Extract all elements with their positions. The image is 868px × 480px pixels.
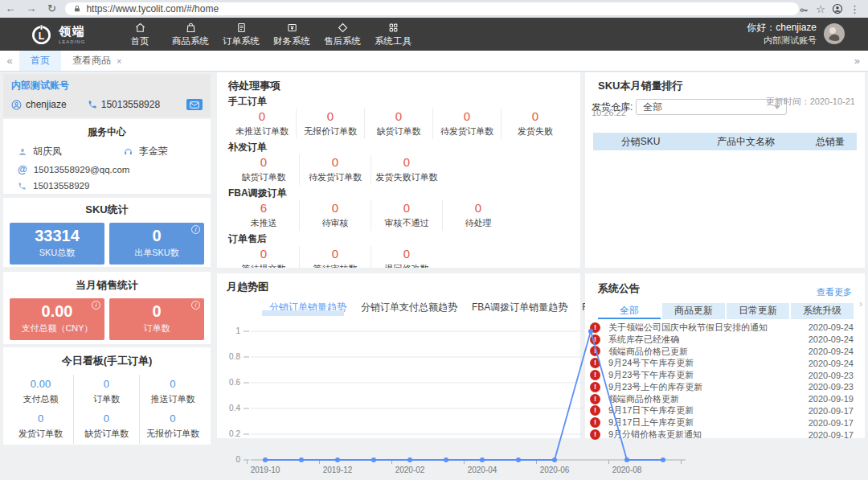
info-icon[interactable]: i xyxy=(191,301,200,310)
announcements-panel: 系统公告 查看更多 › 全部 商品更新 日常更新 系统升级 !关于领端公司国庆中… xyxy=(585,273,865,438)
username: chenjiaze xyxy=(26,99,67,110)
account-type-label: 内部测试账号 xyxy=(747,35,817,47)
view-more-link[interactable]: 查看更多 xyxy=(817,286,852,298)
pending-stat[interactable]: 0缺货订单数 xyxy=(228,154,300,185)
key-icon[interactable] xyxy=(799,4,809,14)
shopping-bag-icon xyxy=(185,22,197,34)
pending-stat[interactable]: 0发货失败 xyxy=(502,109,569,139)
pending-stat[interactable]: 0发货失败订单数 xyxy=(371,154,442,185)
group-order-aftersales: 订单售后 xyxy=(228,233,569,245)
browser-toolbar: ← → ↻ https://www.tycolit.com/#/home ☆ ⋮ xyxy=(0,0,868,18)
menu-item-home[interactable]: 首页 xyxy=(121,22,158,47)
pay-total-tile[interactable]: i 0.00 支付总额（CNY） xyxy=(10,298,104,340)
menu-item-orders[interactable]: 订单系统 xyxy=(223,22,260,47)
brand-logo[interactable]: L 领端 LEADING xyxy=(31,23,86,45)
ann-tab-system[interactable]: 系统升级 xyxy=(791,303,854,319)
warning-icon: ! xyxy=(590,429,600,440)
today-board-title: 今日看板(手工订单) xyxy=(3,354,211,368)
announcement-item[interactable]: !9月17日上午库存更新2020-09-17 xyxy=(590,416,854,429)
browser-reload-icon[interactable]: ↻ xyxy=(42,0,63,18)
address-bar[interactable]: https://www.tycolit.com/#/home xyxy=(65,2,799,15)
pay-total-value: 0.00 xyxy=(10,302,104,321)
order-count-value: 0 xyxy=(109,302,204,321)
info-icon[interactable]: i xyxy=(92,301,100,310)
announcement-item[interactable]: !9月23号下午库存更新2020-09-23 xyxy=(590,369,854,381)
announcement-item[interactable]: !9月24号下午库存更新2020-09-24 xyxy=(590,357,854,369)
ann-tab-daily[interactable]: 日常更新 xyxy=(727,303,789,319)
trend-tab-payment[interactable]: 分销订单支付总额趋势 xyxy=(361,301,457,314)
announcement-item[interactable]: !9月17日下午库存更新2020-09-17 xyxy=(590,405,854,417)
sku-shipped-value: 0 xyxy=(109,227,204,245)
user-greeting: 你好：chenjiaze xyxy=(747,21,817,35)
person-icon xyxy=(18,147,27,157)
pending-stat[interactable]: 0等待审核数 xyxy=(300,246,371,268)
trend-tab-fba-sales[interactable]: FBA调拨订单销量趋势 xyxy=(472,301,567,314)
bookmark-star-icon[interactable]: ☆ xyxy=(816,3,825,15)
warning-icon: ! xyxy=(590,382,600,392)
announcement-item[interactable]: !9月23号上午的库存更新2020-09-23 xyxy=(590,381,854,393)
phone-icon xyxy=(18,182,27,191)
browser-back-icon[interactable]: ← xyxy=(0,0,21,18)
browser-forward-icon[interactable]: → xyxy=(21,0,42,18)
tab-home[interactable]: 首页 xyxy=(19,51,61,71)
pending-stat[interactable]: 0等待提交数 xyxy=(228,246,300,268)
menu-item-tools[interactable]: 系统工具 xyxy=(375,22,411,47)
announcement-item[interactable]: !关于领端公司国庆中秋节假日安排的通知2020-09-24 xyxy=(590,322,854,334)
pending-stat[interactable]: 0无报价订单数 xyxy=(297,109,365,139)
avatar[interactable] xyxy=(823,23,845,45)
warehouse-selected-value: 全部 xyxy=(637,101,774,114)
svg-text:2019-10: 2019-10 xyxy=(251,466,280,474)
page-tabbar: « 首页 查看商品 × » xyxy=(0,51,868,72)
announcement-item[interactable]: !系统库存已经准确2020-09-24 xyxy=(590,334,854,346)
menu-label: 订单系统 xyxy=(223,35,260,47)
pending-stat[interactable]: 0待审核 xyxy=(300,200,371,231)
order-count-tile[interactable]: i 0 订单数 xyxy=(109,298,204,340)
svg-text:2020-02: 2020-02 xyxy=(395,466,425,474)
close-tab-icon[interactable]: × xyxy=(117,56,121,66)
pending-stat[interactable]: 6未推送 xyxy=(228,200,300,231)
sku-total-tile[interactable]: 33314 SKU总数 xyxy=(10,223,104,265)
pending-stat[interactable]: 0待发货订单数 xyxy=(433,109,502,139)
col-total-sales[interactable]: 总销量 xyxy=(804,135,857,149)
pending-stat[interactable]: 0退回修改数 xyxy=(371,246,442,268)
browser-menu-icon[interactable]: ⋮ xyxy=(850,3,860,15)
tabs-scroll-right-icon[interactable]: » xyxy=(854,55,868,67)
announcement-tabs: 全部 商品更新 日常更新 系统升级 xyxy=(598,303,854,319)
today-stat: 0推送订单数 xyxy=(140,375,206,409)
pending-stat[interactable]: 0缺货订单数 xyxy=(365,109,433,139)
pending-stat[interactable]: 0待发货订单数 xyxy=(300,154,371,185)
chevron-right-icon[interactable]: › xyxy=(859,298,862,310)
today-board-grid: 0.00支付总额 0订单数 0推送订单数 0发货订单数 0缺货订单数 0无报价订… xyxy=(3,375,211,444)
browser-profile-icon[interactable] xyxy=(832,3,843,14)
ann-tab-products[interactable]: 商品更新 xyxy=(662,303,725,319)
tab-view-products[interactable]: 查看商品 × xyxy=(61,51,133,71)
pending-stat[interactable]: 0未推送订单数 xyxy=(228,109,297,139)
warehouse-select[interactable]: 全部 xyxy=(636,99,787,115)
tab-label: 查看商品 xyxy=(72,54,111,68)
col-product-name[interactable]: 产品中文名称 xyxy=(688,135,804,149)
warning-icon: ! xyxy=(590,405,600,416)
trend-chart-panel: 月趋势图 分销订单销量趋势 分销订单支付总额趋势 FBA调拨订单销量趋势 FBA… xyxy=(217,273,580,438)
tab-label: 首页 xyxy=(31,54,50,68)
warning-icon: ! xyxy=(590,394,600,404)
announcement-item[interactable]: !领端商品价格已更新2020-09-24 xyxy=(590,346,854,358)
info-icon[interactable]: i xyxy=(191,225,200,234)
mail-button[interactable] xyxy=(186,99,203,110)
ann-tab-all[interactable]: 全部 xyxy=(598,303,661,319)
envelope-icon xyxy=(190,101,199,109)
at-icon: @ xyxy=(18,164,27,175)
announcement-item[interactable]: !领端商品价格更新2020-09-19 xyxy=(590,393,854,405)
today-stat: 0缺货订单数 xyxy=(74,409,140,444)
menu-item-products[interactable]: 商品系统 xyxy=(172,22,209,47)
today-stat: 0无报价订单数 xyxy=(140,409,206,444)
announcement-item[interactable]: !9月分销价格表更新通知2020-09-17 xyxy=(590,429,854,441)
col-sku[interactable]: 分销SKU xyxy=(593,135,688,149)
pending-stat[interactable]: 0待处理 xyxy=(443,200,514,231)
sku-stats-card: SKU统计 33314 SKU总数 i 0 出单SKU数 xyxy=(3,198,211,267)
pending-stat[interactable]: 0审核不通过 xyxy=(371,200,443,231)
sku-shipped-tile[interactable]: i 0 出单SKU数 xyxy=(109,223,204,265)
tabs-scroll-left-icon[interactable]: « xyxy=(0,55,19,67)
menu-item-aftersales[interactable]: 售后系统 xyxy=(324,22,361,47)
menu-item-finance[interactable]: 财务系统 xyxy=(273,22,310,47)
order-count-label: 订单数 xyxy=(109,322,204,334)
